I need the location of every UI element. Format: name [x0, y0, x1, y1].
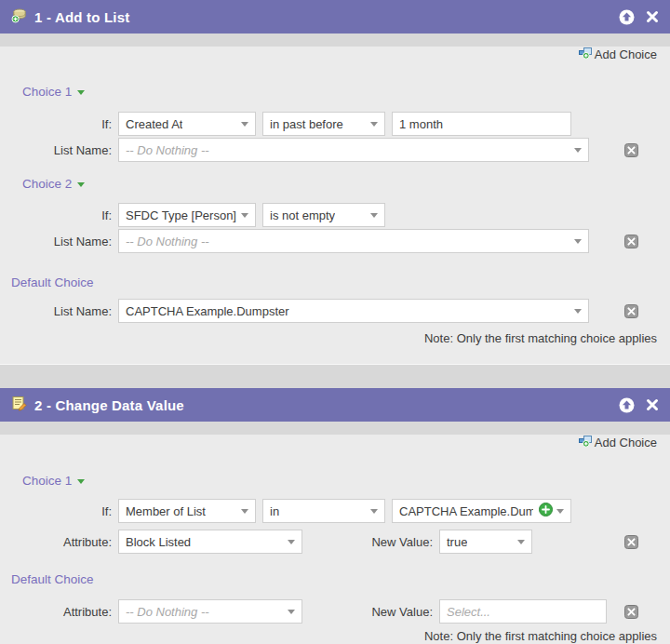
value-input[interactable]	[392, 112, 571, 136]
operator-select[interactable]: in	[262, 499, 385, 523]
delete-choice-icon[interactable]	[624, 535, 638, 549]
new-value-label: New Value:	[302, 535, 439, 549]
if-label: If:	[0, 208, 118, 222]
choice-1-label: Choice 1	[22, 474, 72, 488]
choice-1-toggle[interactable]: Choice 1	[22, 84, 670, 99]
step-2-title: 2 - Change Data Value	[34, 397, 184, 413]
delete-choice-icon[interactable]	[624, 304, 638, 318]
list-name-select[interactable]: -- Do Nothing --	[118, 138, 589, 162]
chevron-down-icon	[556, 509, 564, 514]
chevron-down-icon	[574, 309, 582, 314]
if-label: If:	[0, 504, 118, 518]
chevron-down-icon	[370, 122, 378, 127]
add-choice-button[interactable]: Add Choice	[0, 47, 670, 61]
chevron-down-icon	[574, 239, 582, 244]
chevron-down-icon	[288, 540, 295, 544]
step-1-body: Add Choice Choice 1 If: Created At in pa…	[0, 47, 670, 365]
chevron-down-icon	[241, 122, 248, 127]
add-choice-icon	[579, 435, 595, 450]
list-name-label: List Name:	[0, 235, 118, 248]
chevron-down-icon	[574, 148, 582, 153]
choice-2-list-row: List Name: -- Do Nothing --	[0, 229, 670, 253]
list-name-label: List Name:	[0, 304, 118, 318]
choice-1-if-row: If: Member of List in CAPTCHA Example.Du…	[0, 499, 670, 523]
default-choice-label: Default Choice	[11, 275, 670, 289]
step-1-header[interactable]: 1 - Add to List	[0, 0, 670, 34]
attribute-label: Attribute:	[0, 605, 118, 619]
chevron-down-icon	[77, 479, 85, 484]
list-name-select[interactable]: CAPTCHA Example.Dumpster	[118, 299, 589, 323]
default-choice-label: Default Choice	[11, 571, 670, 586]
delete-choice-icon[interactable]	[624, 143, 638, 157]
field-select[interactable]: Created At	[118, 112, 256, 136]
green-plus-circle-icon[interactable]	[539, 503, 553, 519]
flow-step-1: 1 - Add to List	[0, 0, 670, 365]
attribute-select[interactable]: -- Do Nothing --	[118, 599, 302, 624]
new-value-input[interactable]	[439, 599, 607, 624]
chevron-down-icon	[370, 509, 378, 514]
choice-1-label: Choice 1	[22, 85, 72, 99]
delete-choice-icon[interactable]	[624, 235, 638, 248]
list-value-select[interactable]: CAPTCHA Example.Dumpster	[392, 499, 571, 523]
chevron-down-icon	[241, 509, 248, 514]
choice-2-if-row: If: SFDC Type [Person] is not empty	[0, 203, 670, 227]
step-2-body: Add Choice Choice 1 If: Member of List i…	[0, 435, 670, 644]
choice-1-list-row: List Name: -- Do Nothing --	[0, 138, 670, 162]
chevron-down-icon	[517, 540, 525, 544]
attribute-select[interactable]: Block Listed	[118, 530, 302, 554]
choice-1-action-row: Attribute: Block Listed New Value: true	[0, 530, 670, 554]
move-up-circle-icon[interactable]	[619, 397, 635, 413]
attribute-label: Attribute:	[0, 535, 118, 549]
panel-gap	[0, 365, 670, 388]
step-2-header[interactable]: 2 - Change Data Value	[0, 388, 670, 422]
chevron-down-icon	[77, 182, 85, 187]
choice-2-label: Choice 2	[22, 177, 72, 191]
default-choice-action-row: Attribute: -- Do Nothing -- New Value:	[0, 599, 670, 624]
chevron-down-icon	[370, 213, 378, 218]
add-choice-button[interactable]: Add Choice	[0, 435, 670, 449]
choice-1-toggle[interactable]: Choice 1	[22, 473, 670, 488]
new-value-select[interactable]: true	[439, 530, 532, 554]
new-value-label: New Value:	[302, 605, 439, 619]
chevron-down-icon	[77, 90, 85, 95]
flow-step-2: 2 - Change Data Value	[0, 388, 670, 644]
choice-1-if-row: If: Created At in past before	[0, 112, 670, 136]
note-text: Note: Only the first matching choice app…	[0, 629, 670, 644]
close-icon[interactable]	[646, 398, 659, 411]
step-1-title: 1 - Add to List	[34, 9, 129, 25]
field-select[interactable]: Member of List	[118, 499, 256, 523]
chevron-down-icon	[288, 610, 295, 614]
add-choice-label: Add Choice	[595, 47, 657, 61]
default-choice-list-row: List Name: CAPTCHA Example.Dumpster	[0, 299, 670, 323]
add-choice-icon	[579, 47, 595, 62]
field-select[interactable]: SFDC Type [Person]	[118, 203, 256, 227]
list-name-label: List Name:	[0, 143, 118, 157]
change-data-value-icon	[11, 396, 27, 415]
move-up-circle-icon[interactable]	[619, 9, 635, 25]
add-choice-label: Add Choice	[595, 436, 657, 449]
choice-2-toggle[interactable]: Choice 2	[22, 176, 670, 191]
list-name-select[interactable]: -- Do Nothing --	[118, 229, 589, 253]
if-label: If:	[0, 117, 118, 131]
operator-select[interactable]: in past before	[262, 112, 385, 136]
delete-choice-icon[interactable]	[624, 605, 638, 619]
operator-select[interactable]: is not empty	[262, 203, 385, 227]
close-icon[interactable]	[646, 10, 659, 23]
note-text: Note: Only the first matching choice app…	[0, 331, 670, 346]
add-to-list-icon	[11, 7, 27, 27]
chevron-down-icon	[241, 213, 248, 218]
